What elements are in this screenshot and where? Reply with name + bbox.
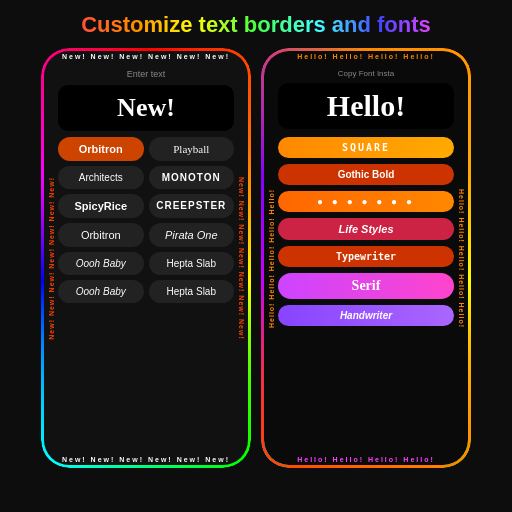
- font-btn-playball[interactable]: Playball: [149, 137, 235, 161]
- phones-container: New! New! New! New! New! New! New! New! …: [31, 48, 481, 468]
- font-btn-heptaslab2[interactable]: Hepta Slab: [149, 280, 235, 303]
- left-right-ticker: New! New! New! New! New! New! New!: [234, 51, 248, 465]
- left-font-grid: Orbitron Playball Architects MONOTON Spi…: [58, 137, 234, 303]
- page-title: Customize text borders and fonts: [71, 0, 441, 48]
- left-phone-content: Enter text New! Orbitron Playball Archit…: [58, 65, 234, 451]
- right-phone: Hello! Hello! Hello! Hello! Hello! Hello…: [261, 48, 471, 468]
- font-btn-heptaslab[interactable]: Hepta Slab: [149, 252, 235, 275]
- font-btn-pirataone[interactable]: Pirata One: [149, 223, 235, 247]
- font-btn-orbitron[interactable]: Orbitron: [58, 137, 144, 161]
- font-btn-architects[interactable]: Architects: [58, 166, 144, 189]
- left-main-text: New!: [58, 85, 234, 131]
- font-btn-ooohbaby[interactable]: Oooh Baby: [58, 252, 144, 275]
- left-bottom-ticker: New! New! New! New! New! New!: [58, 456, 234, 463]
- font-btn-orbitron2[interactable]: Orbitron: [58, 223, 144, 247]
- font-btn-ooohbaby2[interactable]: Oooh Baby: [58, 280, 144, 303]
- left-phone: New! New! New! New! New! New! New! New! …: [41, 48, 251, 468]
- left-input-label: Enter text: [127, 69, 166, 79]
- font-btn-spicyrice[interactable]: SpicyRice: [58, 194, 144, 218]
- font-btn-monoton[interactable]: MONOTON: [149, 166, 235, 189]
- left-left-ticker: New! New! New! New! New! New! New!: [44, 51, 58, 465]
- left-top-ticker: New! New! New! New! New! New!: [58, 53, 234, 60]
- font-btn-creepster[interactable]: CREEPSTER: [149, 194, 235, 218]
